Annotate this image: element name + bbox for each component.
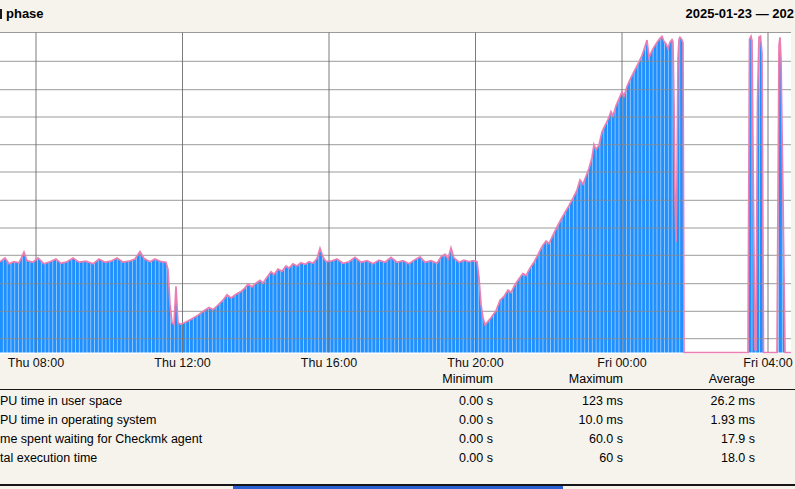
area-chart (0, 32, 791, 354)
legend-col-maximum: Maximum (503, 372, 623, 386)
legend-row: me spent waiting for Checkmk agent0.00 s… (0, 430, 795, 449)
x-axis-labels: Thu 08:00Thu 12:00Thu 16:00Thu 20:00Fri … (0, 356, 795, 372)
x-tick-label: Fri 00:00 (577, 356, 667, 370)
legend-row: tal execution time0.00 s60 s18.0 s (0, 449, 795, 468)
legend-value-minimum: 0.00 s (373, 392, 493, 411)
x-tick-label: Thu 08:00 (0, 356, 81, 370)
legend-value-minimum: 0.00 s (373, 430, 493, 449)
legend-row-label: me spent waiting for Checkmk agent (0, 430, 202, 449)
x-tick-label: Fri 04:00 (723, 356, 795, 370)
legend-row-label: PU time in operating system (0, 411, 156, 430)
legend-value-maximum: 123 ms (503, 392, 623, 411)
legend-separator (0, 389, 795, 390)
series-area (0, 36, 791, 352)
graph-title: phase (6, 6, 44, 21)
legend-value-average: 26.2 ms (635, 392, 755, 411)
clipped-letter-fragment (0, 9, 2, 19)
legend-value-average: 17.9 s (635, 430, 755, 449)
legend-col-average: Average (635, 372, 755, 386)
x-tick-label: Thu 12:00 (138, 356, 228, 370)
legend-value-maximum: 60 s (503, 449, 623, 468)
x-tick-label: Thu 20:00 (431, 356, 521, 370)
time-graph-canvas[interactable] (0, 32, 791, 354)
legend-row-label: tal execution time (0, 449, 97, 468)
legend-table: PU time in user space0.00 s123 ms26.2 ms… (0, 392, 795, 468)
legend-row: PU time in operating system0.00 s10.0 ms… (0, 411, 795, 430)
legend-value-average: 18.0 s (635, 449, 755, 468)
x-tick-label: Thu 16:00 (284, 356, 374, 370)
legend-value-minimum: 0.00 s (373, 449, 493, 468)
legend-header-row: Minimum Maximum Average (0, 372, 795, 388)
date-range-label: 2025-01-23 — 202 (686, 6, 794, 21)
legend-value-average: 1.93 ms (635, 411, 755, 430)
legend-value-minimum: 0.00 s (373, 411, 493, 430)
legend-col-minimum: Minimum (373, 372, 493, 386)
legend-value-maximum: 10.0 ms (503, 411, 623, 430)
legend-row-label: PU time in user space (0, 392, 122, 411)
legend-value-maximum: 60.0 s (503, 430, 623, 449)
graph-widget: phase 2025-01-23 — 202 Thu 08:00Thu 12:0… (0, 0, 795, 489)
legend-row: PU time in user space0.00 s123 ms26.2 ms (0, 392, 795, 411)
